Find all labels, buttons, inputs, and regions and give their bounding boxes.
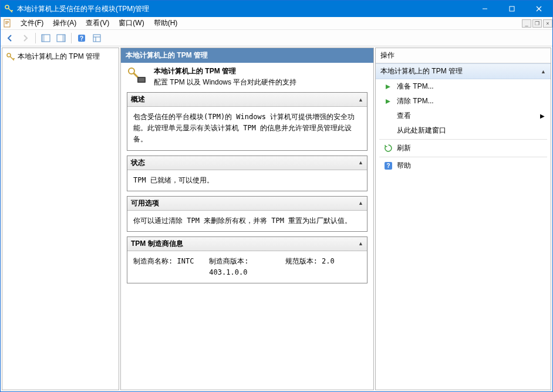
show-hide-tree-button[interactable]: [39, 32, 53, 45]
spec-version-label: 规范版本:: [285, 257, 322, 265]
help-icon: ?: [384, 162, 392, 170]
menu-help[interactable]: 帮助(H): [149, 17, 183, 29]
action-refresh-label: 刷新: [397, 143, 411, 153]
collapse-icon: ▲: [358, 241, 363, 246]
actions-separator: [379, 157, 547, 157]
help-toolbar-button[interactable]: ?: [75, 32, 89, 45]
mfr-name-label: 制造商名称:: [133, 257, 177, 265]
window-title: 本地计算机上受信任的平台模块(TPM)管理: [17, 4, 471, 14]
chevron-right-icon: ▶: [540, 113, 545, 119]
center-body: 本地计算机上的 TPM 管理 配置 TPM 以及 Windows 平台对此硬件的…: [121, 63, 373, 390]
action-new-window-label: 从此处新建窗口: [397, 126, 446, 136]
panel-status: 状态 ▲ TPM 已就绪，可以使用。: [127, 156, 367, 191]
mdi-restore-button[interactable]: ❐: [532, 19, 542, 28]
svg-rect-8: [5, 23, 8, 24]
actions-pane-header: 操作: [376, 48, 551, 63]
toolbar: ?: [1, 30, 552, 46]
refresh-icon: [384, 144, 392, 153]
action-new-window[interactable]: 从此处新建窗口: [376, 123, 551, 138]
mfr-version-value: 403.1.0.0: [209, 268, 247, 276]
arrow-right-green-icon: [384, 83, 392, 91]
panel-manufacturer: TPM 制造商信息 ▲ 制造商名称: INTC 制造商版本: 403.1.0.0: [127, 236, 367, 283]
action-clear-label: 清除 TPM...: [397, 96, 434, 106]
action-prepare-label: 准备 TPM...: [397, 82, 434, 92]
center-header: 本地计算机上的 TPM 管理: [121, 48, 373, 63]
mmc-document-icon: [3, 19, 12, 28]
svg-rect-7: [5, 22, 9, 23]
action-view-label: 查看: [397, 111, 411, 121]
collapse-icon: ▲: [541, 69, 546, 75]
actions-pane: 操作 本地计算机上的 TPM 管理 ▲ 准备 TPM... 清除 TPM... …: [375, 48, 551, 390]
blank-icon: [384, 127, 392, 135]
action-help[interactable]: ? 帮助: [376, 158, 551, 173]
panel-overview-title: 概述: [131, 94, 358, 104]
spec-version-value: 2.0: [322, 257, 335, 265]
manufacturer-row: 制造商名称: INTC 制造商版本: 403.1.0.0 规范版本: 2.0: [133, 256, 361, 278]
svg-rect-15: [93, 35, 100, 42]
panel-options-title: 可用选项: [131, 198, 358, 208]
collapse-icon: ▲: [358, 200, 363, 206]
collapse-icon: ▲: [358, 160, 363, 165]
svg-rect-10: [42, 35, 45, 42]
forward-button[interactable]: [18, 32, 32, 45]
collapse-icon: ▲: [358, 97, 363, 103]
intro-section: 本地计算机上的 TPM 管理 配置 TPM 以及 Windows 平台对此硬件的…: [127, 66, 367, 87]
panel-status-title: 状态: [131, 158, 358, 168]
panel-manufacturer-title: TPM 制造商信息: [131, 239, 358, 249]
action-refresh[interactable]: 刷新: [376, 141, 551, 156]
svg-text:?: ?: [386, 163, 390, 169]
action-clear-tpm[interactable]: 清除 TPM...: [376, 94, 551, 109]
panel-options-body: 你可以通过清除 TPM 来删除所有权，并将 TPM 重置为出厂默认值。: [127, 211, 367, 231]
tree-root-item[interactable]: 本地计算机上的 TPM 管理: [5, 50, 116, 63]
panel-options: 可用选项 ▲ 你可以通过清除 TPM 来删除所有权，并将 TPM 重置为出厂默认…: [127, 196, 367, 232]
menu-view[interactable]: 查看(V): [81, 17, 114, 29]
mmc-window: 本地计算机上受信任的平台模块(TPM)管理 文件(F) 操作(A) 查看(V) …: [0, 0, 553, 392]
actions-separator: [379, 139, 547, 140]
mdi-minimize-button[interactable]: _: [522, 19, 531, 28]
close-button[interactable]: [525, 1, 552, 17]
blank-icon: [384, 112, 392, 120]
arrow-right-green-icon: [384, 97, 392, 106]
mfr-version-label: 制造商版本:: [209, 257, 248, 265]
panel-options-header[interactable]: 可用选项 ▲: [127, 197, 367, 211]
svg-text:?: ?: [80, 35, 83, 42]
panel-overview-body: 包含受信任的平台模块(TPM)的 Windows 计算机可提供增强的安全功能。此…: [127, 107, 367, 150]
tpm-key-chip-icon: [127, 66, 148, 87]
menu-action[interactable]: 操作(A): [48, 17, 81, 29]
intro-subtitle: 配置 TPM 以及 Windows 平台对此硬件的支持: [154, 78, 296, 86]
tpm-key-icon: [6, 52, 15, 62]
panel-status-header[interactable]: 状态 ▲: [127, 156, 367, 170]
mfr-name-value: INTC: [177, 257, 194, 265]
action-view[interactable]: 查看 ▶: [376, 109, 551, 123]
svg-rect-6: [5, 21, 9, 22]
panel-overview: 概述 ▲ 包含受信任的平台模块(TPM)的 Windows 计算机可提供增强的安…: [127, 92, 367, 151]
tree-root-label: 本地计算机上的 TPM 管理: [18, 52, 100, 62]
panel-manufacturer-header[interactable]: TPM 制造商信息 ▲: [127, 237, 367, 251]
actions-group-title: 本地计算机上的 TPM 管理: [380, 66, 541, 76]
menu-window[interactable]: 窗口(W): [114, 17, 149, 29]
titlebar[interactable]: 本地计算机上受信任的平台模块(TPM)管理: [1, 1, 552, 17]
svg-rect-12: [62, 35, 65, 42]
svg-rect-21: [139, 78, 144, 82]
svg-rect-2: [510, 6, 514, 11]
center-pane: 本地计算机上的 TPM 管理 本地计算机上的 TPM 管理 配置 TPM 以及 …: [120, 48, 374, 390]
window-controls: [471, 1, 552, 17]
menu-file[interactable]: 文件(F): [16, 17, 48, 29]
mdi-close-button[interactable]: ×: [543, 19, 552, 28]
menubar: 文件(F) 操作(A) 查看(V) 窗口(W) 帮助(H) _ ❐ ×: [1, 17, 552, 30]
back-button[interactable]: [3, 32, 17, 45]
action-prepare-tpm[interactable]: 准备 TPM...: [376, 79, 551, 94]
minimize-button[interactable]: [471, 1, 498, 17]
panel-status-body: TPM 已就绪，可以使用。: [127, 170, 367, 191]
tree-pane[interactable]: 本地计算机上的 TPM 管理: [2, 48, 119, 390]
view-mode-button[interactable]: [90, 32, 104, 45]
maximize-button[interactable]: [498, 1, 525, 17]
tpm-key-icon: [4, 4, 14, 13]
content-area: 本地计算机上的 TPM 管理 本地计算机上的 TPM 管理 本地计算机上的 TP…: [1, 46, 552, 391]
action-help-label: 帮助: [397, 161, 411, 171]
intro-title: 本地计算机上的 TPM 管理: [154, 66, 296, 76]
show-hide-actions-button[interactable]: [54, 32, 68, 45]
svg-rect-5: [4, 19, 10, 27]
actions-group-header[interactable]: 本地计算机上的 TPM 管理 ▲: [376, 63, 551, 79]
panel-overview-header[interactable]: 概述 ▲: [127, 93, 367, 107]
